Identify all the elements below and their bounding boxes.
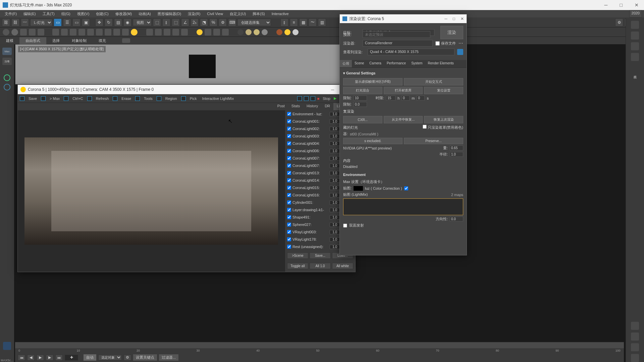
tool-icon[interactable]: [87, 29, 94, 36]
tool-icon[interactable]: [61, 29, 68, 36]
nav-icon[interactable]: [631, 333, 639, 341]
scale-icon[interactable]: ▤: [114, 18, 122, 26]
vfb-render-view[interactable]: [18, 110, 285, 272]
tab-freeform[interactable]: 自由形式: [19, 37, 46, 44]
region-icon[interactable]: [157, 96, 161, 101]
material-sphere-icon[interactable]: [197, 29, 203, 35]
vfb-lightmix-dd[interactable]: Interactive LightMix: [201, 96, 235, 101]
next-frame-icon[interactable]: ▶: [46, 355, 53, 361]
renderer-select[interactable]: CoronaRenderer: [363, 40, 433, 47]
lightmix-enable-checkbox[interactable]: [287, 186, 291, 190]
tool-icon[interactable]: [78, 29, 85, 36]
vfb-minimize-button[interactable]: ─: [331, 87, 334, 92]
lightmix-intensity-input[interactable]: [330, 230, 340, 234]
tools-icon[interactable]: [135, 96, 140, 101]
pick-icon[interactable]: [181, 96, 186, 101]
lightmix-enable-checkbox[interactable]: [287, 208, 291, 212]
lightmix-intensity-input[interactable]: [330, 237, 340, 242]
named-selection-set[interactable]: 创建选择集: [237, 19, 271, 26]
panel-icon[interactable]: [164, 29, 170, 36]
goto-end-icon[interactable]: ⏭: [55, 355, 63, 361]
lightmix-intensity-input[interactable]: [330, 178, 340, 183]
lightmix-intensity-input[interactable]: [330, 134, 340, 138]
general-settings-header[interactable]: ▾ General Settings: [343, 70, 463, 77]
rd-tab-common[interactable]: 公用: [340, 60, 352, 67]
restore-last-button[interactable]: 恢复上次渲染: [424, 116, 463, 123]
lightmix-intensity-input[interactable]: [330, 141, 340, 146]
spinner-snap-icon[interactable]: ⬔: [200, 18, 208, 26]
lightmix-intensity-input[interactable]: [330, 156, 340, 161]
hierarchy-tab-icon[interactable]: [631, 42, 639, 50]
lm-toscene[interactable]: >Scene: [287, 252, 308, 259]
time-m-input[interactable]: [401, 96, 410, 101]
panel-icon[interactable]: [181, 29, 188, 36]
vfb-refresh[interactable]: Refresh: [95, 96, 110, 101]
select-rect-icon[interactable]: ▭: [72, 18, 80, 26]
rd-tab-scene[interactable]: Scene: [352, 60, 367, 67]
map-value[interactable]: luz ( Color Correction ): [365, 186, 402, 190]
lightmix-intensity-input[interactable]: [330, 186, 340, 190]
menu-animation[interactable]: 动画(A): [136, 11, 154, 17]
menu-file[interactable]: 文件(F): [2, 11, 19, 17]
limit-input[interactable]: [354, 96, 367, 101]
lightmix-intensity-input[interactable]: [330, 164, 340, 168]
vfb-tab-stats[interactable]: Stats: [288, 103, 303, 110]
rd-close[interactable]: ✕: [461, 16, 464, 21]
more-icon[interactable]: ⋯: [459, 41, 463, 46]
move-icon[interactable]: ✥: [95, 18, 103, 26]
menu-rendering[interactable]: 渲染(R): [185, 11, 203, 17]
tool-icon[interactable]: [11, 29, 18, 36]
lightmix-intensity-input[interactable]: [330, 245, 340, 249]
manipulate-icon[interactable]: ⫿: [162, 18, 170, 26]
select-name-icon[interactable]: ☰: [63, 18, 71, 26]
lm-all1[interactable]: All 1.0: [310, 263, 331, 269]
cube-gizmo-icon[interactable]: [3, 342, 11, 350]
rd-tab-system[interactable]: System: [409, 60, 425, 67]
material-sphere-icon[interactable]: [237, 29, 244, 35]
menu-customize[interactable]: 自定义(U): [227, 11, 249, 17]
light-icon[interactable]: [131, 29, 138, 36]
copy-icon[interactable]: [64, 96, 68, 101]
reset-settings-button[interactable]: 复位设置: [424, 87, 463, 94]
key-filters-icon[interactable]: ⚙: [124, 355, 131, 361]
create-tab-icon[interactable]: [631, 21, 639, 29]
tab-modeling[interactable]: 建模: [0, 37, 19, 44]
lightmix-enable-checkbox[interactable]: [287, 156, 291, 160]
cxr-button[interactable]: CXR...: [343, 116, 382, 123]
vfb-stop[interactable]: Stop: [321, 96, 332, 101]
map-swatch[interactable]: [354, 186, 363, 191]
unlink-icon[interactable]: ⛓: [11, 18, 19, 26]
lightmix-intensity-input[interactable]: [330, 112, 340, 116]
lock-view-icon[interactable]: [457, 49, 463, 55]
tool-icon[interactable]: [20, 29, 27, 36]
start-interactive-button[interactable]: 开始交互式: [404, 78, 463, 85]
vfb-tools[interactable]: Tools: [143, 96, 154, 101]
tool-icon[interactable]: [213, 29, 220, 36]
menu-civil-view[interactable]: Civil View: [204, 11, 225, 16]
set-key-button[interactable]: 设置关键点: [133, 354, 157, 361]
lm-save[interactable]: Save...: [310, 252, 331, 259]
panel-icon[interactable]: [172, 29, 179, 36]
gpu-select[interactable]: NVIDIA GPU A***ast preview): [343, 146, 441, 150]
menu-create[interactable]: 创建(C): [93, 11, 111, 17]
tool-icon[interactable]: [122, 29, 129, 36]
lm-allwhite[interactable]: All white: [332, 263, 353, 269]
save-icon[interactable]: [20, 96, 24, 101]
erase-icon[interactable]: [113, 96, 117, 101]
ribbon-toggle-icon[interactable]: [122, 38, 130, 43]
lightmix-intensity-input[interactable]: [330, 208, 340, 212]
material-sphere-icon[interactable]: [276, 29, 282, 35]
save-file-checkbox[interactable]: [435, 41, 440, 46]
rd-minimize[interactable]: ─: [444, 16, 447, 21]
tab-populate[interactable]: 填充: [93, 37, 112, 44]
time-h-input[interactable]: [386, 96, 395, 101]
lightmix-enable-checkbox[interactable]: [287, 134, 291, 138]
tool-icon[interactable]: [38, 29, 44, 36]
zoom-100-icon[interactable]: [311, 96, 315, 101]
prev-frame-icon[interactable]: ◀: [27, 355, 35, 361]
vfb-tomax[interactable]: > Max: [48, 96, 61, 101]
material-sphere-icon[interactable]: [262, 29, 268, 35]
tool-icon[interactable]: [29, 29, 36, 36]
nav-icon[interactable]: [631, 322, 639, 330]
time-s-input[interactable]: [417, 96, 425, 101]
